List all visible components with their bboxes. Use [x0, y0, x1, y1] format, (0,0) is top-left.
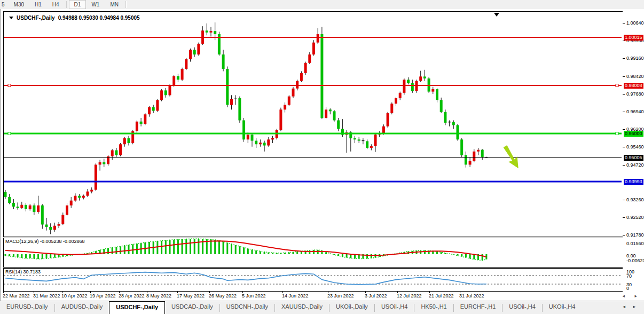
candle-bear [242, 120, 245, 139]
date-label: 10 Apr 2022 [61, 293, 88, 299]
hline-handle[interactable] [616, 132, 618, 135]
axis-price-label: 0.95460 [626, 144, 644, 150]
date-label: 26 May 2022 [209, 293, 237, 299]
axis-price-label: 0.92520 [626, 215, 644, 220]
chart-title: USDCHF-,Daily 0.94988 0.95030 0.94984 0.… [9, 15, 140, 21]
candle-bull [247, 135, 249, 139]
symbol-tab-ukoil-daily[interactable]: UKOil-,Daily [329, 301, 374, 314]
candle-bear [255, 140, 257, 144]
hline-handle[interactable] [616, 84, 618, 87]
candle-bear [251, 135, 254, 140]
timeframe-button-5[interactable]: 5 [0, 0, 9, 9]
candle-bull [431, 89, 434, 91]
price-chart-pane[interactable]: USDCHF-,Daily 0.94988 0.95030 0.94984 0.… [3, 11, 623, 237]
candle-bull [66, 206, 68, 215]
timeframe-button-d1[interactable]: D1 [69, 0, 87, 9]
chart-shift-marker-icon[interactable] [494, 13, 499, 17]
candlestick-canvas[interactable] [4, 12, 622, 236]
candle-bull [312, 43, 315, 54]
candle-bear [214, 31, 216, 34]
axis-price-label: 0.93260 [626, 197, 644, 202]
date-axis[interactable]: ◂ ▸ 22 Mar 202231 Mar 202210 Apr 202219 … [1, 292, 644, 301]
candle-bear [366, 141, 368, 148]
candle-bear [164, 90, 167, 95]
chart-symbol-label: USDCHF-,Daily [17, 15, 55, 21]
symbol-tab-bar: EURUSD-,DailyAUDUSD-,DailyUSDCHF-,DailyU… [0, 301, 644, 314]
mt4-terminal: 5M30H1H4D1W1MN USDCHF-,Daily 0.94988 0.9… [0, 0, 644, 314]
candle-bear [436, 89, 438, 100]
candle-bull [160, 90, 163, 100]
price-axis[interactable]: 1.006400.999000.991600.984200.976800.969… [623, 9, 644, 301]
axis-tick [623, 165, 625, 166]
symbol-tab-eurusd-daily[interactable]: EURUSD-,Daily [0, 301, 54, 314]
candle-bear [457, 125, 459, 139]
candle-bull [210, 31, 213, 33]
candle-bull [300, 73, 303, 81]
candle-bull [284, 105, 286, 109]
rsi-canvas[interactable] [4, 269, 622, 290]
candle-bull [259, 143, 262, 144]
candle-bull [197, 44, 200, 54]
hline-handle[interactable] [8, 132, 11, 135]
candle-bull [382, 127, 385, 134]
candle-bear [103, 162, 105, 164]
symbol-tab-usdcnh-daily[interactable]: USDCNH-,Daily [220, 301, 274, 314]
date-label: 14 Jun 2022 [282, 293, 309, 299]
chart-scroll-arrows[interactable]: ◂ ▸ [622, 293, 641, 299]
candle-bull [267, 139, 270, 145]
candle-bull [119, 144, 122, 155]
candle-bear [407, 80, 410, 83]
date-label: 21 Jul 2022 [429, 293, 454, 299]
candle-bull [419, 76, 422, 81]
macd-indicator-pane[interactable]: MACD(12,26,9) -0.005238 -0.002868 [3, 238, 623, 268]
timeframe-button-mn[interactable]: MN [105, 0, 124, 9]
candle-bear [358, 139, 360, 140]
date-label: 23 Jun 2022 [327, 293, 354, 299]
candle-bear [49, 227, 52, 230]
rsi-axis-label: 70 [626, 273, 632, 279]
candle-bear [226, 69, 229, 105]
toolbar-separator [125, 1, 127, 8]
candle-bull [156, 100, 159, 111]
candle-bear [452, 122, 455, 125]
candle-bear [33, 206, 35, 213]
symbol-tab-ukoil-h4[interactable]: UKOil-,H4 [543, 301, 582, 314]
candle-bull [144, 114, 146, 124]
candle-bear [444, 112, 446, 123]
hline-handle[interactable] [8, 84, 11, 87]
candle-bull [279, 109, 282, 130]
candle-bear [8, 197, 11, 203]
symbol-tab-audusd-daily[interactable]: AUDUSD-,Daily [55, 301, 109, 314]
candle-bull [90, 190, 93, 191]
candle-bear [25, 205, 27, 209]
candle-bull [148, 107, 151, 114]
symbol-tab-usoil-h4[interactable]: USOil-,H4 [375, 301, 414, 314]
candle-bull [58, 224, 60, 226]
axis-price-label: 0.99160 [626, 56, 644, 61]
candle-bear [329, 109, 332, 111]
candle-bear [333, 111, 336, 120]
timeframe-button-h4[interactable]: H4 [47, 0, 65, 9]
macd-canvas[interactable] [4, 238, 622, 266]
candle-bull [288, 97, 290, 105]
symbol-tab-usdchf-daily[interactable]: USDCHF-,Daily [109, 301, 165, 314]
axis-price-label: 0.94720 [626, 162, 644, 168]
timeframe-button-m30[interactable]: M30 [9, 0, 29, 9]
tab-scroll-arrows[interactable]: ◂ ▸ [623, 301, 644, 314]
price-tag-0.95005: 0.95005 [624, 155, 643, 161]
macd-axis-label: -0.00623 [626, 258, 644, 263]
candle-bear [460, 139, 463, 155]
timeframe-button-h1[interactable]: H1 [29, 0, 47, 9]
rsi-indicator-pane[interactable]: RSI(14) 30.7183 [3, 268, 623, 292]
candle-bull [292, 89, 295, 97]
candle-bear [115, 150, 117, 155]
symbol-tab-usoil-h4[interactable]: USOil-,H4 [502, 301, 542, 314]
chart-dropdown-icon[interactable] [9, 17, 13, 19]
symbol-tab-hk50-h1[interactable]: HK50-,H1 [414, 301, 453, 314]
symbol-tab-xauusd-daily[interactable]: XAUUSD-,Daily [275, 301, 329, 314]
candle-bull [111, 150, 114, 156]
timeframe-button-w1[interactable]: W1 [86, 0, 105, 9]
symbol-tab-eurchf-h1[interactable]: EURCHF-,H1 [454, 301, 502, 314]
candle-bull [95, 164, 97, 190]
symbol-tab-usdcad-daily[interactable]: USDCAD-,Daily [165, 301, 219, 314]
